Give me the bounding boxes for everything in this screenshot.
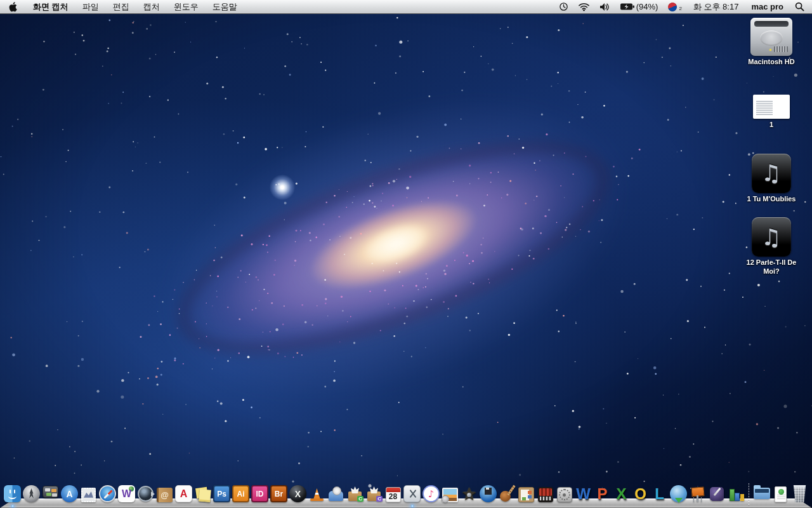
dock-separator[interactable] xyxy=(745,481,752,502)
globe-download-app-icon xyxy=(670,485,687,502)
dock-item-uninstaller-box-green[interactable]: C xyxy=(346,481,364,502)
imovie-icon: ★ xyxy=(461,485,478,502)
volume-menu[interactable] xyxy=(594,0,615,13)
ms-excel-icon: X xyxy=(613,485,630,502)
dock-item-app-store[interactable]: A xyxy=(60,481,79,502)
idvd-icon xyxy=(480,485,497,502)
adobe-reader-icon: A xyxy=(175,485,192,502)
battery-menu[interactable]: (94%) xyxy=(615,0,664,13)
menu-clock[interactable]: 화 오후 8:17 xyxy=(687,0,745,13)
dock-item-x-media-app[interactable]: X xyxy=(289,481,307,502)
audio-file-tu-moublies[interactable]: ♫1 Tu M'Oublies xyxy=(747,154,796,204)
dock-item-iphoto[interactable] xyxy=(441,481,459,502)
app-menu-title[interactable]: 화면 캡처 xyxy=(26,1,75,13)
dock-item-bridge[interactable]: Br xyxy=(270,481,288,502)
battery-icon xyxy=(620,3,635,11)
bridge-glyph: Br xyxy=(275,490,283,498)
dock-item-grab-screen-capture[interactable] xyxy=(403,481,421,502)
desktop-icon-column: Macintosh HD1♫1 Tu M'Oublies♫12 Parle-T-… xyxy=(735,18,808,276)
dock-item-toast-burner[interactable] xyxy=(327,481,345,502)
menu-bar: 화면 캡처 파일편집캡처윈도우도움말 (94%) 2 화 오후 8:17 mac… xyxy=(0,0,812,14)
dock-item-ms-powerpoint[interactable]: P xyxy=(593,481,612,502)
photoshop-icon: Ps xyxy=(213,485,230,502)
dock-item-address-book[interactable]: @ xyxy=(155,481,174,502)
vignette xyxy=(0,0,812,508)
dock-item-ms-word[interactable]: W xyxy=(574,481,593,502)
uninstaller-box-purple-icon: C xyxy=(365,485,383,502)
screenshot-file-1[interactable]: 1 xyxy=(753,95,790,130)
dock-item-photoshop[interactable]: Ps xyxy=(213,481,231,502)
dock-item-safari[interactable] xyxy=(98,481,117,502)
dock-item-document-green-logo[interactable] xyxy=(771,481,790,502)
dock-item-trash[interactable] xyxy=(790,481,809,502)
itunes-icon: ♪ xyxy=(422,485,440,502)
dock-item-idvd[interactable] xyxy=(479,481,497,502)
dock-item-video-camera-app[interactable] xyxy=(136,481,155,502)
vlc-icon xyxy=(308,485,325,502)
dock-item-itunes[interactable]: ♪ xyxy=(422,481,440,502)
dock-item-mission-control[interactable] xyxy=(41,481,60,502)
dock-item-w-globe-app[interactable]: W xyxy=(117,481,136,502)
dock-item-iweb[interactable] xyxy=(517,481,535,502)
battery-percent: (94%) xyxy=(636,2,658,11)
dock-item-ms-lync[interactable]: L xyxy=(650,481,669,502)
dock-item-mail[interactable] xyxy=(79,481,98,502)
dock-item-ical[interactable]: 28 xyxy=(384,481,402,502)
ical-glyph: 28 xyxy=(389,492,397,501)
itunes-glyph: ♪ xyxy=(428,488,435,500)
bridge-icon: Br xyxy=(270,485,287,502)
apple-menu[interactable] xyxy=(0,0,26,13)
ms-outlook-icon: O xyxy=(632,485,649,502)
menu-item-4[interactable]: 도움말 xyxy=(206,0,244,13)
dock-item-vlc[interactable] xyxy=(308,481,326,502)
dock-item-ms-excel[interactable]: X xyxy=(612,481,631,502)
stickies-icon xyxy=(194,485,211,502)
input-source-subscript: 2 xyxy=(679,6,681,11)
dock-item-finder[interactable] xyxy=(3,481,22,502)
korean-flag-icon xyxy=(667,1,678,12)
menu-item-2[interactable]: 캡처 xyxy=(136,0,167,13)
dock-item-launchpad[interactable] xyxy=(22,481,41,502)
dock-item-folder[interactable] xyxy=(752,481,771,502)
indesign-glyph: ID xyxy=(256,490,264,498)
finder-icon xyxy=(4,485,21,502)
dock-item-keynote[interactable] xyxy=(688,481,707,502)
app-store-glyph: A xyxy=(66,489,72,499)
dock-item-garageband[interactable] xyxy=(498,481,516,502)
dock-item-pages[interactable] xyxy=(707,481,726,502)
audio-file-parle-t-il-de-moi[interactable]: ♫12 Parle-T-Il De Moi? xyxy=(738,217,804,276)
ms-outlook-glyph: O xyxy=(634,485,646,502)
time-machine-menu[interactable] xyxy=(554,0,573,13)
dock-item-illustrator[interactable]: Ai xyxy=(232,481,250,502)
dock-item-adobe-reader[interactable]: A xyxy=(174,481,193,502)
iphoto-icon xyxy=(442,488,458,502)
wifi-menu[interactable] xyxy=(573,0,594,13)
ms-word-glyph: W xyxy=(576,485,591,502)
launchpad-icon xyxy=(23,485,40,502)
menu-item-1[interactable]: 편집 xyxy=(106,0,136,13)
spotlight-menu[interactable] xyxy=(790,0,812,13)
trash-icon xyxy=(793,485,807,502)
dock-item-globe-download-app[interactable] xyxy=(669,481,688,502)
movie-curtain-app-icon xyxy=(538,487,553,502)
video-camera-app-icon xyxy=(137,485,154,502)
dock-item-stickies[interactable] xyxy=(193,481,212,502)
menu-item-0[interactable]: 파일 xyxy=(75,0,106,13)
pages-icon xyxy=(708,485,725,502)
dock-item-utility-emblem-app[interactable] xyxy=(555,481,573,502)
dock-item-movie-curtain-app[interactable] xyxy=(536,481,554,502)
dock-item-imovie[interactable]: ★ xyxy=(460,481,478,502)
screenshot-thumbnail-icon xyxy=(753,95,790,119)
dock-item-indesign[interactable]: ID xyxy=(251,481,269,502)
desktop-icon-label: 1 Tu M'Oublies xyxy=(747,195,796,204)
dock: AW@APsAiIDBrXCC28♪★WPXOL xyxy=(0,471,812,508)
menu-item-3[interactable]: 윈도우 xyxy=(167,0,206,13)
macintosh-hd[interactable]: Macintosh HD xyxy=(748,18,794,67)
apple-logo-icon xyxy=(9,2,17,12)
dock-item-numbers[interactable] xyxy=(726,481,745,502)
dock-item-ms-outlook[interactable]: O xyxy=(631,481,650,502)
dock-item-uninstaller-box-purple[interactable]: C xyxy=(365,481,383,502)
input-source-menu[interactable]: 2 xyxy=(663,0,686,13)
audio-file-icon: ♫ xyxy=(752,154,791,193)
adobe-reader-glyph: A xyxy=(180,488,188,500)
